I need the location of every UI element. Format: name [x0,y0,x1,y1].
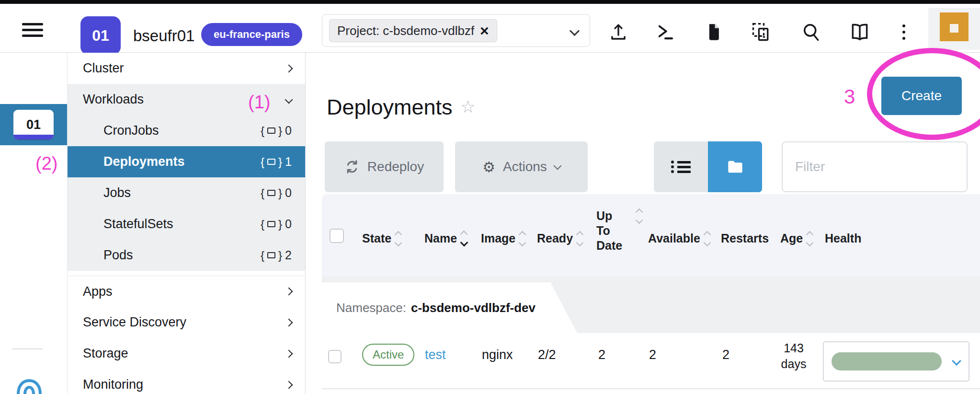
project-namespace-filter[interactable]: Project: c-bsdemo-vdlbzf × [322,14,590,47]
deployments-table: State Name Image Ready Up To Date Availa… [322,194,980,392]
sidebar-item-statefulsets[interactable]: StatefulSets {} 0 [68,209,305,240]
chevron-right-icon [285,64,293,72]
sidebar-item-pods[interactable]: Pods {} 2 [68,240,305,271]
cluster-name: bseufr01 [133,27,194,45]
image-cell: nginx [482,348,513,362]
cluster-rail: 01 [0,53,67,394]
sidebar-item-label: CronJobs [103,123,159,138]
resource-count-badge: {} 1 [261,155,292,169]
sidebar-item-label: StatefulSets [103,217,173,232]
rail-cluster-card: 01 [13,110,54,139]
redeploy-label: Redeploy [367,159,424,174]
chevron-right-icon [285,318,293,326]
project-chip-label: Project: c-bsdemo-vdlbzf [337,23,474,38]
select-all-checkbox[interactable] [330,229,344,243]
favorite-star-icon[interactable]: ☆ [460,97,476,116]
cluster-badge[interactable]: 01 [80,16,121,55]
sidebar-item-cluster[interactable]: Cluster [68,53,305,84]
page-title: Deployments ☆ [327,95,476,120]
sidebar-item-service-discovery[interactable]: Service Discovery [68,307,305,338]
column-header-available[interactable]: Available [648,232,710,245]
chevron-down-icon[interactable] [570,25,580,35]
docs-book-icon[interactable] [849,21,871,43]
app-header: 01 bseufr01 eu-france-paris Project: c-b… [0,4,980,53]
remove-project-filter-icon[interactable]: × [480,23,489,38]
filter-input[interactable] [782,141,968,192]
table-header: State Name Image Ready Up To Date Availa… [322,194,980,277]
health-dropdown[interactable] [823,341,969,382]
hamburger-menu-icon[interactable] [22,23,43,40]
sort-icon-active [461,232,467,245]
avatar[interactable] [940,12,969,41]
namespace-group-row: Namespace: c-bsdemo-vdlbzf-dev [322,282,577,333]
sidebar-item-label: Monitoring [83,377,143,392]
sort-icon[interactable] [637,209,642,223]
chevron-right-icon [285,381,293,389]
sidebar-item-label: Workloads [83,92,144,107]
search-icon[interactable] [800,21,822,43]
import-yaml-icon[interactable] [750,21,772,43]
kubectl-shell-icon[interactable] [654,21,676,43]
column-header-up-to-date[interactable]: Up To Date [596,209,628,253]
list-view-button[interactable] [654,141,708,192]
sidebar-item-deployments[interactable]: Deployments {} 1 [68,146,305,177]
user-menu[interactable] [928,8,980,50]
resource-count: 0 [285,217,292,231]
annotation-step-1: (1) [248,92,270,113]
resource-count: 1 [285,155,292,169]
column-header-name[interactable]: Name [424,232,467,245]
namespace-value: c-bsdemo-vdlbzf-dev [411,301,536,315]
resource-count: 0 [285,124,292,138]
chevron-right-icon [285,288,293,296]
row-checkbox[interactable] [328,350,342,363]
deployment-name-link[interactable]: test [425,348,446,362]
sidebar-item-label: Service Discovery [83,315,186,330]
project-chip: Project: c-bsdemo-vdlbzf × [329,19,497,42]
rail-cluster-item[interactable]: 01 [0,104,67,145]
resource-count: 2 [285,248,292,262]
kebab-menu-icon[interactable] [893,21,915,43]
sidebar-item-label: Storage [83,346,128,361]
sidebar-item-label: Cluster [83,61,124,76]
column-header-health: Health [825,232,861,245]
sidebar-item-jobs[interactable]: Jobs {} 0 [68,177,305,209]
folder-icon [726,159,744,175]
column-header-state[interactable]: State [362,232,401,245]
age-cell: 143 days [776,340,811,371]
resource-count-badge: {} 2 [261,248,292,262]
sidebar-item-label: Apps [83,284,113,299]
column-header-ready[interactable]: Ready [537,232,582,245]
sidebar-item-label: Deployments [103,154,185,169]
annotation-step-2: (2) [35,153,57,174]
ready-cell: 2/2 [538,348,556,362]
cluster-tools-icon[interactable] [15,377,43,394]
column-header-image[interactable]: Image [481,232,525,245]
resource-count-badge: {} 0 [261,217,292,231]
chevron-right-icon [285,349,293,358]
sidebar-item-label: Pods [103,248,133,263]
file-icon[interactable] [703,21,725,43]
sidebar-item-apps[interactable]: Apps [68,276,305,307]
sort-icon [705,232,710,245]
refresh-icon [344,159,360,174]
sidebar-item-monitoring[interactable]: Monitoring [68,369,305,394]
chevron-down-icon [553,162,561,170]
available-cell: 2 [649,348,656,362]
sidebar-item-storage[interactable]: Storage [68,338,305,369]
upload-icon[interactable] [607,21,629,43]
column-header-age[interactable]: Age [780,232,812,245]
actions-label: Actions [503,159,547,174]
chevron-down-icon [952,356,961,366]
grouped-view-button[interactable] [708,141,762,192]
namespace-label: Namespace: [336,301,406,315]
status-badge: Active [362,344,414,366]
gear-icon: ⚙ [482,159,495,175]
up-to-date-cell: 2 [598,348,605,362]
column-header-restarts[interactable]: Restarts [721,232,769,245]
list-icon [671,159,691,175]
sort-icon [807,232,812,245]
redeploy-button[interactable]: Redeploy [325,141,444,192]
sidebar-item-cronjobs[interactable]: CronJobs {} 0 [68,115,305,146]
resource-count-badge: {} 0 [261,124,292,138]
actions-button[interactable]: ⚙ Actions [455,141,588,192]
